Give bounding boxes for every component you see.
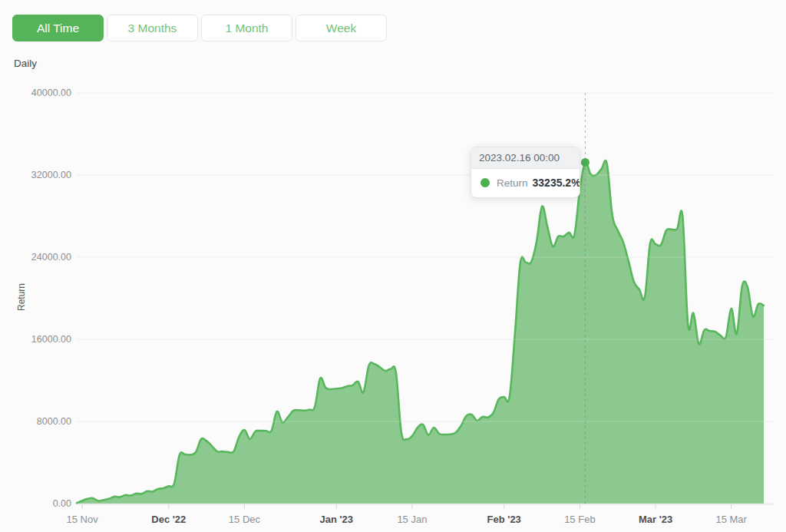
- hover-point-dot: [581, 158, 590, 167]
- y-tick-label: 0.00: [2, 497, 71, 510]
- tooltip-body: Return 33235.2%: [471, 169, 580, 197]
- x-tick-label: Jan '23: [309, 514, 363, 525]
- x-tick-label: Feb '23: [477, 514, 531, 525]
- y-tick-label: 8000.00: [2, 415, 71, 428]
- x-tick-label: Mar '23: [629, 514, 682, 525]
- return-chart[interactable]: [0, 0, 786, 532]
- return-area-fill: [77, 160, 764, 504]
- y-tick-label: 24000.00: [2, 251, 71, 263]
- chart-tooltip: 2023.02.16 00:00 Return 33235.2%: [471, 147, 580, 198]
- tooltip-series-value: 33235.2%: [533, 177, 580, 189]
- x-tick-label: Dec '22: [142, 514, 196, 525]
- x-tick-label: 15 Jan: [385, 514, 439, 525]
- y-tick-label: 40000.00: [2, 87, 71, 99]
- tooltip-date: 2023.02.16 00:00: [471, 147, 580, 169]
- y-tick-label: 32000.00: [2, 169, 71, 181]
- x-tick-label: 15 Nov: [55, 514, 109, 525]
- y-tick-label: 16000.00: [2, 333, 71, 345]
- x-tick-label: 15 Dec: [217, 514, 271, 525]
- tooltip-series-label: Return: [497, 177, 528, 189]
- series-dot-icon: [481, 178, 490, 187]
- x-tick-label: 15 Feb: [553, 514, 606, 525]
- x-tick-label: 15 Mar: [705, 514, 758, 525]
